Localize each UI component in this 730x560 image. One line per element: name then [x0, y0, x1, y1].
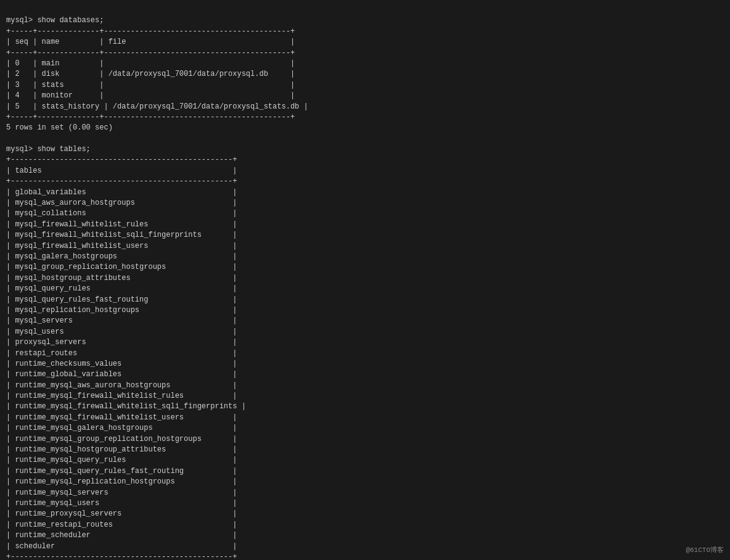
watermark: @61CTO博客	[686, 546, 724, 555]
terminal-output: mysql> show databases; +-----+----------…	[6, 5, 724, 560]
prompt-2: mysql> show tables;	[6, 145, 91, 154]
prompt-1: mysql> show databases;	[6, 16, 104, 25]
